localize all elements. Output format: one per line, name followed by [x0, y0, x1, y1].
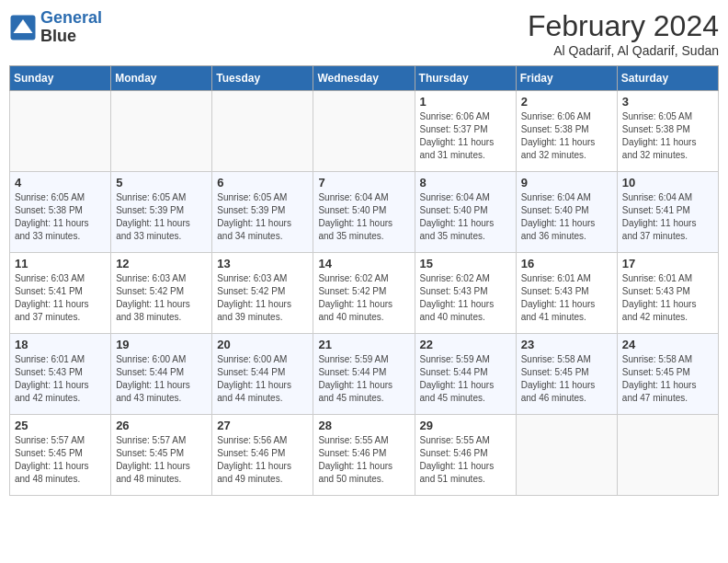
day-info: Sunrise: 6:05 AM Sunset: 5:39 PM Dayligh…: [116, 191, 207, 243]
day-number: 16: [521, 257, 612, 270]
day-number: 23: [521, 338, 612, 351]
day-number: 3: [622, 95, 713, 109]
day-info: Sunrise: 6:04 AM Sunset: 5:40 PM Dayligh…: [318, 191, 409, 243]
calendar-cell: 14Sunrise: 6:02 AM Sunset: 5:42 PM Dayli…: [313, 253, 415, 334]
weekday-header-row: SundayMondayTuesdayWednesdayThursdayFrid…: [10, 66, 719, 91]
month-title: February 2024: [528, 9, 719, 43]
calendar-cell: 11Sunrise: 6:03 AM Sunset: 5:41 PM Dayli…: [10, 253, 111, 334]
day-number: 10: [622, 176, 713, 190]
calendar-cell: 23Sunrise: 5:58 AM Sunset: 5:45 PM Dayli…: [516, 334, 617, 415]
day-number: 1: [420, 95, 511, 109]
week-row-4: 18Sunrise: 6:01 AM Sunset: 5:43 PM Dayli…: [10, 334, 719, 415]
day-info: Sunrise: 6:04 AM Sunset: 5:40 PM Dayligh…: [420, 191, 511, 243]
day-number: 27: [217, 419, 308, 432]
day-number: 28: [318, 419, 409, 432]
calendar-cell: 26Sunrise: 5:57 AM Sunset: 5:45 PM Dayli…: [111, 415, 212, 496]
calendar-cell: [617, 415, 718, 496]
day-number: 8: [420, 176, 511, 190]
day-number: 4: [15, 176, 106, 190]
page-header: General Blue February 2024 Al Qadarif, A…: [9, 9, 719, 58]
day-number: 9: [521, 176, 612, 190]
week-row-3: 11Sunrise: 6:03 AM Sunset: 5:41 PM Dayli…: [10, 253, 719, 334]
logo: General Blue: [9, 9, 102, 46]
day-number: 13: [217, 257, 308, 270]
day-info: Sunrise: 5:58 AM Sunset: 5:45 PM Dayligh…: [622, 353, 713, 405]
day-info: Sunrise: 6:05 AM Sunset: 5:38 PM Dayligh…: [15, 191, 106, 243]
weekday-header-monday: Monday: [111, 66, 212, 91]
calendar-cell: 19Sunrise: 6:00 AM Sunset: 5:44 PM Dayli…: [111, 334, 212, 415]
week-row-5: 25Sunrise: 5:57 AM Sunset: 5:45 PM Dayli…: [10, 415, 719, 496]
day-info: Sunrise: 5:57 AM Sunset: 5:45 PM Dayligh…: [116, 434, 207, 486]
calendar-cell: [313, 91, 415, 172]
day-info: Sunrise: 6:01 AM Sunset: 5:43 PM Dayligh…: [521, 272, 612, 324]
day-number: 29: [420, 419, 511, 432]
calendar-cell: 21Sunrise: 5:59 AM Sunset: 5:44 PM Dayli…: [313, 334, 415, 415]
day-info: Sunrise: 5:58 AM Sunset: 5:45 PM Dayligh…: [521, 353, 612, 405]
calendar-cell: 3Sunrise: 6:05 AM Sunset: 5:38 PM Daylig…: [617, 91, 718, 172]
calendar-cell: 8Sunrise: 6:04 AM Sunset: 5:40 PM Daylig…: [415, 172, 516, 253]
day-info: Sunrise: 5:56 AM Sunset: 5:46 PM Dayligh…: [217, 434, 308, 486]
day-info: Sunrise: 6:06 AM Sunset: 5:38 PM Dayligh…: [521, 110, 612, 162]
calendar-cell: 28Sunrise: 5:55 AM Sunset: 5:46 PM Dayli…: [313, 415, 415, 496]
day-number: 20: [217, 338, 308, 351]
weekday-header-saturday: Saturday: [617, 66, 718, 91]
day-info: Sunrise: 6:04 AM Sunset: 5:40 PM Dayligh…: [521, 191, 612, 243]
calendar-cell: 10Sunrise: 6:04 AM Sunset: 5:41 PM Dayli…: [617, 172, 718, 253]
day-number: 12: [116, 257, 207, 270]
calendar-cell: 13Sunrise: 6:03 AM Sunset: 5:42 PM Dayli…: [212, 253, 313, 334]
day-number: 22: [420, 338, 511, 351]
calendar-cell: 6Sunrise: 6:05 AM Sunset: 5:39 PM Daylig…: [212, 172, 313, 253]
day-info: Sunrise: 6:05 AM Sunset: 5:39 PM Dayligh…: [217, 191, 308, 243]
logo-line2: Blue: [40, 28, 102, 46]
day-info: Sunrise: 6:01 AM Sunset: 5:43 PM Dayligh…: [622, 272, 713, 324]
day-info: Sunrise: 6:05 AM Sunset: 5:38 PM Dayligh…: [622, 110, 713, 162]
calendar-cell: 17Sunrise: 6:01 AM Sunset: 5:43 PM Dayli…: [617, 253, 718, 334]
calendar-cell: 18Sunrise: 6:01 AM Sunset: 5:43 PM Dayli…: [10, 334, 111, 415]
day-info: Sunrise: 5:55 AM Sunset: 5:46 PM Dayligh…: [318, 434, 409, 486]
day-info: Sunrise: 6:03 AM Sunset: 5:42 PM Dayligh…: [116, 272, 207, 324]
day-number: 19: [116, 338, 207, 351]
calendar-cell: 1Sunrise: 6:06 AM Sunset: 5:37 PM Daylig…: [415, 91, 516, 172]
title-block: February 2024 Al Qadarif, Al Qadarif, Su…: [528, 9, 719, 58]
calendar-cell: 9Sunrise: 6:04 AM Sunset: 5:40 PM Daylig…: [516, 172, 617, 253]
day-number: 6: [217, 176, 308, 190]
calendar-cell: 15Sunrise: 6:02 AM Sunset: 5:43 PM Dayli…: [415, 253, 516, 334]
logo-text: General Blue: [40, 9, 102, 46]
calendar-cell: 4Sunrise: 6:05 AM Sunset: 5:38 PM Daylig…: [10, 172, 111, 253]
day-number: 26: [116, 419, 207, 432]
day-info: Sunrise: 6:00 AM Sunset: 5:44 PM Dayligh…: [217, 353, 308, 405]
day-info: Sunrise: 6:00 AM Sunset: 5:44 PM Dayligh…: [116, 353, 207, 405]
calendar-cell: [516, 415, 617, 496]
calendar-cell: 12Sunrise: 6:03 AM Sunset: 5:42 PM Dayli…: [111, 253, 212, 334]
day-number: 7: [318, 176, 409, 190]
calendar-cell: [111, 91, 212, 172]
calendar-cell: 25Sunrise: 5:57 AM Sunset: 5:45 PM Dayli…: [10, 415, 111, 496]
day-info: Sunrise: 6:02 AM Sunset: 5:42 PM Dayligh…: [318, 272, 409, 324]
weekday-header-thursday: Thursday: [415, 66, 516, 91]
day-info: Sunrise: 6:04 AM Sunset: 5:41 PM Dayligh…: [622, 191, 713, 243]
calendar-cell: 7Sunrise: 6:04 AM Sunset: 5:40 PM Daylig…: [313, 172, 415, 253]
calendar-cell: 22Sunrise: 5:59 AM Sunset: 5:44 PM Dayli…: [415, 334, 516, 415]
weekday-header-tuesday: Tuesday: [212, 66, 313, 91]
day-number: 15: [420, 257, 511, 270]
day-number: 25: [15, 419, 106, 432]
calendar-cell: [212, 91, 313, 172]
weekday-header-sunday: Sunday: [10, 66, 111, 91]
logo-icon: [9, 14, 37, 41]
day-info: Sunrise: 6:06 AM Sunset: 5:37 PM Dayligh…: [420, 110, 511, 162]
calendar-cell: 2Sunrise: 6:06 AM Sunset: 5:38 PM Daylig…: [516, 91, 617, 172]
day-number: 5: [116, 176, 207, 190]
day-info: Sunrise: 5:59 AM Sunset: 5:44 PM Dayligh…: [420, 353, 511, 405]
day-number: 24: [622, 338, 713, 351]
calendar-cell: 27Sunrise: 5:56 AM Sunset: 5:46 PM Dayli…: [212, 415, 313, 496]
day-info: Sunrise: 6:03 AM Sunset: 5:41 PM Dayligh…: [15, 272, 106, 324]
day-number: 18: [15, 338, 106, 351]
day-info: Sunrise: 5:55 AM Sunset: 5:46 PM Dayligh…: [420, 434, 511, 486]
weekday-header-friday: Friday: [516, 66, 617, 91]
day-info: Sunrise: 6:01 AM Sunset: 5:43 PM Dayligh…: [15, 353, 106, 405]
week-row-1: 1Sunrise: 6:06 AM Sunset: 5:37 PM Daylig…: [10, 91, 719, 172]
day-info: Sunrise: 6:03 AM Sunset: 5:42 PM Dayligh…: [217, 272, 308, 324]
day-number: 21: [318, 338, 409, 351]
day-info: Sunrise: 5:57 AM Sunset: 5:45 PM Dayligh…: [15, 434, 106, 486]
calendar-cell: 20Sunrise: 6:00 AM Sunset: 5:44 PM Dayli…: [212, 334, 313, 415]
